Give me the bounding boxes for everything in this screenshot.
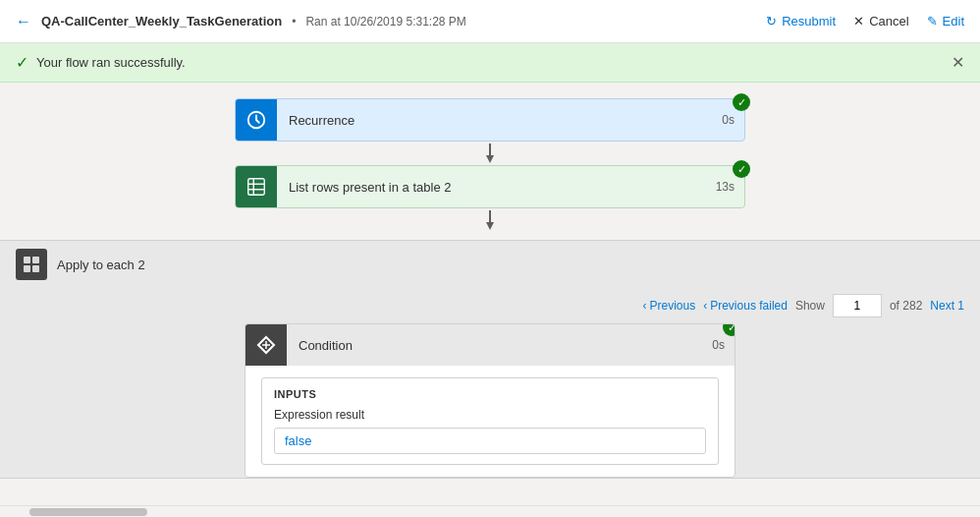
- svg-rect-12: [32, 265, 39, 272]
- apply-each-label: Apply to each 2: [57, 258, 145, 272]
- condition-icon: [245, 324, 287, 366]
- recurrence-node[interactable]: Recurrence 0s ✓: [235, 98, 745, 142]
- recurrence-icon: [236, 99, 277, 141]
- success-banner: ✓ Your flow ran successfully. ✕: [0, 43, 980, 83]
- listrows-success-check: ✓: [733, 160, 750, 178]
- total-pages: of 282: [890, 299, 922, 313]
- inputs-label: INPUTS: [274, 388, 706, 400]
- flow-nodes: Recurrence 0s ✓ List rows present in a t…: [0, 98, 980, 232]
- arrow-2: [482, 208, 498, 232]
- condition-time: 0s: [702, 338, 735, 352]
- previous-chevron-icon: ‹: [643, 299, 647, 313]
- prev-failed-chevron-icon: ‹: [703, 299, 707, 313]
- condition-success-check: ✓: [723, 323, 735, 336]
- back-button[interactable]: ←: [16, 13, 31, 30]
- svg-marker-2: [486, 155, 494, 163]
- recurrence-label: Recurrence: [277, 113, 712, 128]
- condition-header: Condition 0s ✓: [245, 324, 735, 366]
- listrows-icon: [236, 166, 277, 207]
- show-label: Show: [795, 299, 825, 313]
- previous-failed-button[interactable]: ‹ Previous failed: [703, 299, 788, 313]
- apply-each-header: Apply to each 2: [0, 241, 980, 288]
- cancel-button[interactable]: ✕ Cancel: [853, 14, 908, 29]
- inputs-section: INPUTS Expression result false: [261, 377, 719, 465]
- svg-marker-8: [486, 222, 494, 230]
- success-check-icon: ✓: [16, 53, 28, 72]
- apply-each-icon: [16, 249, 47, 280]
- apply-each-section: Apply to each 2 ‹ Previous ‹ Previous fa…: [0, 240, 980, 479]
- listrows-label: List rows present in a table 2: [277, 180, 706, 195]
- flow-title: QA-CallCenter_Weekly_TaskGeneration: [41, 14, 282, 29]
- flow-ran-at: Ran at 10/26/2019 5:31:28 PM: [305, 15, 465, 29]
- scroll-thumb[interactable]: [29, 508, 147, 516]
- cancel-label: Cancel: [869, 14, 908, 29]
- expression-result-label: Expression result: [274, 408, 706, 422]
- resubmit-label: Resubmit: [782, 14, 836, 29]
- horizontal-scrollbar[interactable]: [0, 505, 980, 517]
- close-banner-button[interactable]: ✕: [952, 53, 964, 72]
- previous-label: Previous: [650, 299, 696, 313]
- svg-rect-3: [248, 179, 265, 196]
- previous-failed-label: Previous failed: [710, 299, 788, 313]
- condition-card[interactable]: Condition 0s ✓ INPUTS Expression result …: [245, 323, 735, 478]
- flow-separator: •: [292, 15, 296, 29]
- expression-result-value: false: [274, 428, 706, 454]
- recurrence-time: 0s: [712, 113, 744, 127]
- cancel-x-icon: ✕: [853, 14, 864, 29]
- condition-container: Condition 0s ✓ INPUTS Expression result …: [0, 323, 980, 478]
- success-message: Your flow ran successfully.: [36, 55, 186, 70]
- edit-button[interactable]: ✎ Edit: [927, 14, 964, 29]
- top-bar-right: ↻ Resubmit ✕ Cancel ✎ Edit: [766, 14, 964, 29]
- condition-body: INPUTS Expression result false: [245, 366, 735, 477]
- svg-rect-11: [24, 265, 30, 272]
- page-number-input[interactable]: [833, 294, 882, 317]
- edit-pencil-icon: ✎: [927, 14, 938, 29]
- svg-rect-10: [32, 257, 39, 263]
- main-content: Recurrence 0s ✓ List rows present in a t…: [0, 83, 980, 517]
- resubmit-button[interactable]: ↻ Resubmit: [766, 14, 836, 29]
- success-banner-left: ✓ Your flow ran successfully.: [16, 53, 186, 72]
- top-bar-left: ← QA-CallCenter_Weekly_TaskGeneration • …: [16, 13, 466, 30]
- next-button[interactable]: Next 1: [930, 299, 964, 313]
- resubmit-icon: ↻: [766, 14, 777, 29]
- top-bar: ← QA-CallCenter_Weekly_TaskGeneration • …: [0, 0, 980, 43]
- listrows-node[interactable]: List rows present in a table 2 13s ✓: [235, 165, 745, 208]
- listrows-time: 13s: [706, 180, 744, 194]
- edit-label: Edit: [943, 14, 964, 29]
- pagination-bar: ‹ Previous ‹ Previous failed Show of 282…: [0, 288, 980, 323]
- recurrence-success-check: ✓: [733, 93, 750, 111]
- previous-button[interactable]: ‹ Previous: [643, 299, 696, 313]
- svg-rect-9: [24, 257, 30, 263]
- condition-label: Condition: [287, 338, 702, 353]
- arrow-1: [482, 142, 498, 165]
